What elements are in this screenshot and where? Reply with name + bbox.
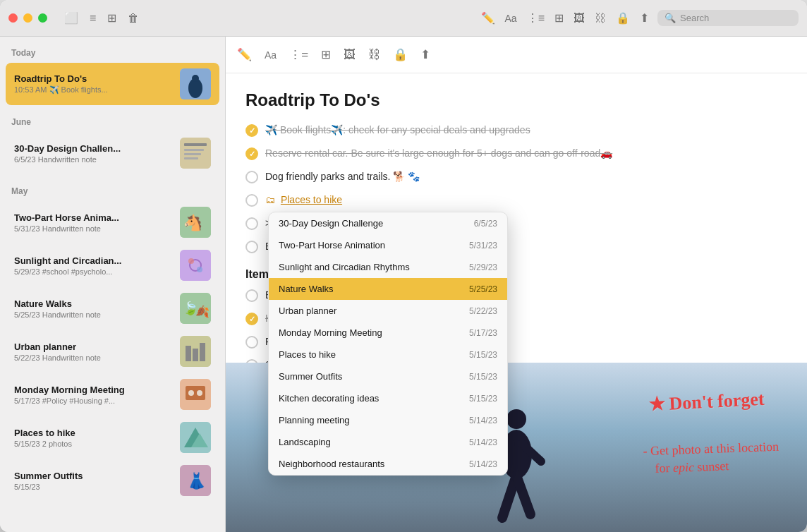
lock-icon[interactable]: 🔒: [616, 11, 630, 25]
svg-line-33: [516, 476, 530, 514]
title-bar: ⬜ ≡ ⊞ 🗑 ✏️ Aa ⋮≡ ⊞ 🖼 ⛓ 🔒 ⬆ 🔍: [0, 0, 807, 37]
note-thumb-hike: [180, 422, 211, 453]
dropdown-item-9[interactable]: Planning meeting 5/14/23: [269, 409, 507, 431]
image-note-icon[interactable]: 🖼: [344, 48, 356, 62]
table-note-icon[interactable]: ⊞: [321, 47, 331, 62]
dropdown-item-11[interactable]: Neighborhood restaurants 5/14/23: [269, 453, 507, 475]
title-bar-right: ✏️ Aa ⋮≡ ⊞ 🖼 ⛓ 🔒 ⬆ 🔍: [481, 10, 799, 26]
note-text-hike: Places to hike 5/15/23 2 photos: [14, 428, 173, 448]
check-circle-1[interactable]: [245, 147, 258, 160]
check-circle-3[interactable]: [245, 194, 258, 207]
svg-rect-7: [184, 157, 198, 159]
dropdown-date-8: 5/15/23: [469, 394, 497, 404]
check-circle-5[interactable]: [245, 241, 258, 253]
note-item-design-challenge[interactable]: 30-Day Design Challen... 6/5/23 Handwrit…: [6, 132, 219, 174]
format-list-icon[interactable]: ⋮≡: [527, 11, 545, 25]
dropdown-item-6[interactable]: Places to hike 5/15/23: [269, 344, 507, 365]
note-subtitle-design: 6/5/23 Handwritten note: [14, 155, 173, 164]
svg-rect-6: [184, 153, 201, 155]
grid-view-icon[interactable]: ⊞: [107, 11, 116, 25]
checklist-item-0: ✈️ Book flights✈️: check for any special…: [245, 123, 787, 138]
handwritten-subtitle: - Get photo at this location for epic su…: [643, 438, 779, 478]
dropdown-item-1[interactable]: Two-Part Horse Animation 5/31/23: [269, 234, 507, 256]
app-window: ⬜ ≡ ⊞ 🗑 ✏️ Aa ⋮≡ ⊞ 🖼 ⛓ 🔒 ⬆ 🔍: [0, 0, 807, 532]
note-title-monday: Monday Morning Meeting: [14, 385, 173, 395]
sidebar-toggle-icon[interactable]: ⬜: [64, 11, 78, 25]
svg-point-23: [188, 390, 194, 396]
search-bar[interactable]: 🔍: [657, 10, 799, 26]
collaborate-note-icon[interactable]: ⛓: [368, 48, 380, 62]
dropdown-title-2: Sunlight and Circadian Rhythms: [279, 262, 410, 272]
note-item-urban[interactable]: Urban planner 5/22/23 Handwritten note: [6, 330, 219, 373]
svg-point-2: [192, 75, 199, 82]
lock-note-icon[interactable]: 🔒: [393, 47, 408, 62]
compose-note-icon[interactable]: ✏️: [237, 47, 252, 62]
checklist-icon[interactable]: ⋮=: [289, 47, 308, 62]
note-item-summer-outfits[interactable]: Summer Outfits 5/15/23 👗: [6, 459, 219, 502]
note-subtitle-hike: 5/15/23 2 photos: [14, 440, 173, 448]
note-detail: ✏️ Aa ⋮= ⊞ 🖼 ⛓ 🔒 ⬆ Roadtrip To Do's ✈️ B…: [226, 37, 807, 532]
check-circle-4[interactable]: [245, 217, 258, 230]
check-circle-2[interactable]: [245, 171, 258, 183]
share-note-icon[interactable]: ⬆: [420, 47, 430, 62]
items-check-0[interactable]: [245, 289, 258, 302]
note-title-roadtrip: Roadtrip To Do's: [14, 73, 173, 84]
media-icon[interactable]: 🖼: [574, 12, 585, 25]
list-view-icon[interactable]: ≡: [90, 12, 96, 25]
main-content: Today Roadtrip To Do's 10:53 AM ✈️ Book …: [0, 37, 807, 532]
dropdown-item-3[interactable]: Nature Walks 5/25/23: [269, 278, 507, 300]
svg-rect-10: [180, 250, 211, 281]
table-icon[interactable]: ⊞: [554, 11, 564, 25]
svg-text:🍂: 🍂: [195, 305, 210, 318]
dropdown-item-0[interactable]: 30-Day Design Challenge 6/5/23: [269, 212, 507, 234]
sidebar-section-today: Today: [0, 37, 225, 62]
note-text-monday: Monday Morning Meeting 5/17/23 #Policy #…: [14, 385, 173, 405]
close-button[interactable]: [8, 13, 18, 23]
check-circle-0[interactable]: [245, 124, 258, 137]
window-controls: ⬜ ≡ ⊞ 🗑: [64, 11, 139, 25]
dropdown-date-5: 5/17/23: [469, 328, 497, 338]
folder-icon: 🗂: [265, 194, 275, 205]
note-item-circadian[interactable]: Sunlight and Circadian... 5/29/23 #schoo…: [6, 244, 219, 286]
note-thumb-urban: [180, 336, 211, 367]
font-icon[interactable]: Aa: [505, 13, 517, 24]
toolbar-icons: ✏️ Aa ⋮≡ ⊞ 🖼 ⛓ 🔒 ⬆: [481, 11, 649, 25]
dropdown-title-9: Planning meeting: [279, 415, 349, 425]
dropdown-item-4[interactable]: Urban planner 5/22/23: [269, 300, 507, 322]
note-item-nature-walks[interactable]: Nature Walks 5/25/23 Handwritten note 🍃 …: [6, 287, 219, 330]
dropdown-item-7[interactable]: Summer Outfits 5/15/23: [269, 365, 507, 387]
minimize-button[interactable]: [23, 13, 32, 23]
dropdown-item-10[interactable]: Landscaping 5/14/23: [269, 431, 507, 453]
dropdown-title-11: Neighborhood restaurants: [279, 459, 384, 469]
note-item-roadtrip[interactable]: Roadtrip To Do's 10:53 AM ✈️ Book flight…: [6, 63, 219, 105]
sidebar-section-may: May: [0, 175, 225, 200]
dropdown-item-5[interactable]: Monday Morning Meeting 5/17/23: [269, 322, 507, 344]
items-check-2[interactable]: [245, 336, 258, 349]
items-check-1[interactable]: [245, 313, 258, 325]
note-subtitle-horse: 5/31/23 Handwritten note: [14, 224, 173, 233]
note-item-monday[interactable]: Monday Morning Meeting 5/17/23 #Policy #…: [6, 373, 219, 416]
dropdown-title-10: Landscaping: [279, 437, 331, 447]
note-thumb-monday: [180, 379, 211, 410]
dropdown-item-2[interactable]: Sunlight and Circadian Rhythms 5/29/23: [269, 256, 507, 278]
dropdown-title-6: Places to hike: [279, 349, 336, 360]
svg-point-13: [197, 267, 202, 272]
note-item-hike[interactable]: Places to hike 5/15/23 2 photos: [6, 416, 219, 459]
note-thumb-summer: 👗: [180, 465, 211, 496]
delete-icon[interactable]: 🗑: [128, 12, 139, 25]
traffic-lights: [8, 13, 47, 23]
dropdown-item-8[interactable]: Kitchen decorating ideas 5/15/23: [269, 387, 507, 409]
maximize-button[interactable]: [38, 13, 47, 23]
search-input[interactable]: [680, 13, 791, 23]
note-item-horse[interactable]: Two-Part Horse Anima... 5/31/23 Handwrit…: [6, 201, 219, 243]
note-subtitle-roadtrip: 10:53 AM ✈️ Book flights...: [14, 85, 173, 95]
places-hike-link[interactable]: Places to hike: [281, 194, 342, 205]
font-size-icon[interactable]: Aa: [265, 49, 277, 61]
sidebar-section-june: June: [0, 106, 225, 131]
share-icon[interactable]: ⬆: [640, 11, 649, 25]
collaborate-icon[interactable]: ⛓: [595, 12, 606, 25]
dropdown-date-10: 5/14/23: [469, 437, 497, 447]
dropdown-title-7: Summer Outfits: [279, 371, 342, 382]
note-title-horse: Two-Part Horse Anima...: [14, 212, 173, 223]
compose-icon[interactable]: ✏️: [481, 11, 495, 25]
